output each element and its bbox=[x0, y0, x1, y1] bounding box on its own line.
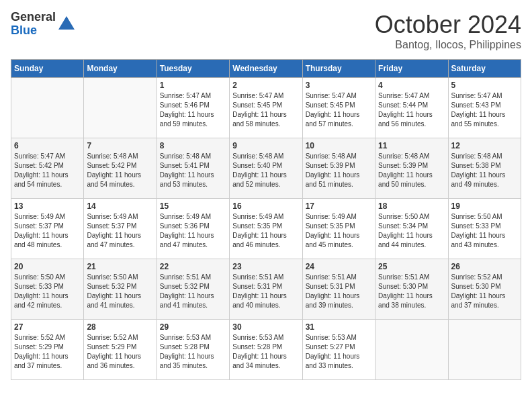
day-info: Sunrise: 5:50 AM Sunset: 5:32 PM Dayligh… bbox=[87, 273, 153, 310]
day-number: 2 bbox=[232, 81, 299, 90]
day-number: 16 bbox=[232, 201, 299, 211]
day-number: 1 bbox=[160, 81, 226, 90]
day-info: Sunrise: 5:49 AM Sunset: 5:35 PM Dayligh… bbox=[306, 212, 372, 250]
day-cell: 16Sunrise: 5:49 AM Sunset: 5:35 PM Dayli… bbox=[230, 199, 302, 259]
day-number: 23 bbox=[232, 262, 299, 271]
logo: General Blue bbox=[11, 11, 76, 38]
day-info: Sunrise: 5:50 AM Sunset: 5:33 PM Dayligh… bbox=[451, 212, 518, 250]
page-header: General Blue October 2024 Bantog, Ilocos… bbox=[11, 11, 521, 51]
day-info: Sunrise: 5:50 AM Sunset: 5:33 PM Dayligh… bbox=[14, 273, 81, 310]
day-number: 10 bbox=[306, 141, 372, 150]
day-cell: 21Sunrise: 5:50 AM Sunset: 5:32 PM Dayli… bbox=[84, 259, 157, 320]
day-info: Sunrise: 5:47 AM Sunset: 5:46 PM Dayligh… bbox=[160, 91, 226, 129]
day-cell: 14Sunrise: 5:49 AM Sunset: 5:37 PM Dayli… bbox=[84, 199, 157, 259]
day-cell bbox=[375, 320, 448, 380]
day-cell: 12Sunrise: 5:48 AM Sunset: 5:38 PM Dayli… bbox=[448, 138, 521, 199]
day-number: 19 bbox=[451, 201, 518, 211]
header-cell-saturday: Saturday bbox=[448, 60, 521, 78]
day-info: Sunrise: 5:47 AM Sunset: 5:45 PM Dayligh… bbox=[232, 91, 299, 129]
day-cell: 1Sunrise: 5:47 AM Sunset: 5:46 PM Daylig… bbox=[157, 78, 229, 138]
day-cell: 25Sunrise: 5:51 AM Sunset: 5:30 PM Dayli… bbox=[375, 259, 448, 320]
day-number: 13 bbox=[14, 201, 81, 211]
day-cell: 23Sunrise: 5:51 AM Sunset: 5:31 PM Dayli… bbox=[230, 259, 302, 320]
day-number: 7 bbox=[87, 141, 153, 150]
week-row-2: 13Sunrise: 5:49 AM Sunset: 5:37 PM Dayli… bbox=[11, 199, 521, 259]
header-cell-friday: Friday bbox=[375, 60, 448, 78]
header-cell-monday: Monday bbox=[84, 60, 157, 78]
day-cell: 19Sunrise: 5:50 AM Sunset: 5:33 PM Dayli… bbox=[448, 199, 521, 259]
day-cell: 6Sunrise: 5:47 AM Sunset: 5:42 PM Daylig… bbox=[11, 138, 84, 199]
day-info: Sunrise: 5:52 AM Sunset: 5:29 PM Dayligh… bbox=[87, 333, 153, 371]
day-number: 17 bbox=[306, 201, 372, 211]
day-cell: 26Sunrise: 5:52 AM Sunset: 5:30 PM Dayli… bbox=[448, 259, 521, 320]
day-number: 27 bbox=[14, 322, 81, 332]
day-cell: 2Sunrise: 5:47 AM Sunset: 5:45 PM Daylig… bbox=[230, 78, 302, 138]
day-info: Sunrise: 5:51 AM Sunset: 5:32 PM Dayligh… bbox=[160, 273, 226, 310]
day-number: 28 bbox=[87, 322, 153, 332]
day-cell: 22Sunrise: 5:51 AM Sunset: 5:32 PM Dayli… bbox=[157, 259, 229, 320]
day-number: 6 bbox=[14, 141, 81, 150]
day-cell: 18Sunrise: 5:50 AM Sunset: 5:34 PM Dayli… bbox=[375, 199, 448, 259]
day-number: 31 bbox=[306, 322, 372, 332]
day-number: 26 bbox=[451, 262, 518, 271]
day-info: Sunrise: 5:49 AM Sunset: 5:37 PM Dayligh… bbox=[87, 212, 153, 250]
day-info: Sunrise: 5:49 AM Sunset: 5:35 PM Dayligh… bbox=[232, 212, 299, 250]
week-row-1: 6Sunrise: 5:47 AM Sunset: 5:42 PM Daylig… bbox=[11, 138, 521, 199]
day-cell: 30Sunrise: 5:53 AM Sunset: 5:28 PM Dayli… bbox=[230, 320, 302, 380]
day-cell: 5Sunrise: 5:47 AM Sunset: 5:43 PM Daylig… bbox=[448, 78, 521, 138]
header-cell-thursday: Thursday bbox=[302, 60, 375, 78]
day-info: Sunrise: 5:51 AM Sunset: 5:31 PM Dayligh… bbox=[306, 273, 372, 310]
day-number: 3 bbox=[306, 81, 372, 90]
day-number: 5 bbox=[451, 81, 518, 90]
day-cell: 20Sunrise: 5:50 AM Sunset: 5:33 PM Dayli… bbox=[11, 259, 84, 320]
day-info: Sunrise: 5:53 AM Sunset: 5:28 PM Dayligh… bbox=[160, 333, 226, 371]
day-info: Sunrise: 5:47 AM Sunset: 5:45 PM Dayligh… bbox=[306, 91, 372, 129]
svg-marker-0 bbox=[58, 16, 75, 30]
day-cell: 3Sunrise: 5:47 AM Sunset: 5:45 PM Daylig… bbox=[302, 78, 375, 138]
day-info: Sunrise: 5:50 AM Sunset: 5:34 PM Dayligh… bbox=[378, 212, 445, 250]
day-number: 11 bbox=[378, 141, 445, 150]
day-info: Sunrise: 5:52 AM Sunset: 5:29 PM Dayligh… bbox=[14, 333, 81, 371]
day-number: 30 bbox=[232, 322, 299, 332]
month-title: October 2024 bbox=[375, 11, 521, 39]
calendar-table: SundayMondayTuesdayWednesdayThursdayFrid… bbox=[11, 59, 521, 380]
day-number: 9 bbox=[232, 141, 299, 150]
header-cell-tuesday: Tuesday bbox=[157, 60, 229, 78]
day-info: Sunrise: 5:49 AM Sunset: 5:37 PM Dayligh… bbox=[14, 212, 81, 250]
day-number: 29 bbox=[160, 322, 226, 332]
day-number: 14 bbox=[87, 201, 153, 211]
week-row-0: 1Sunrise: 5:47 AM Sunset: 5:46 PM Daylig… bbox=[11, 78, 521, 138]
day-info: Sunrise: 5:51 AM Sunset: 5:31 PM Dayligh… bbox=[232, 273, 299, 310]
logo-general-text: General bbox=[11, 11, 56, 24]
logo-blue-text: Blue bbox=[11, 24, 56, 38]
day-number: 25 bbox=[378, 262, 445, 271]
day-cell: 17Sunrise: 5:49 AM Sunset: 5:35 PM Dayli… bbox=[302, 199, 375, 259]
day-cell: 4Sunrise: 5:47 AM Sunset: 5:44 PM Daylig… bbox=[375, 78, 448, 138]
day-info: Sunrise: 5:47 AM Sunset: 5:42 PM Dayligh… bbox=[14, 152, 81, 189]
day-number: 15 bbox=[160, 201, 226, 211]
header-cell-wednesday: Wednesday bbox=[230, 60, 302, 78]
header-cell-sunday: Sunday bbox=[11, 60, 84, 78]
day-number: 21 bbox=[87, 262, 153, 271]
day-cell: 28Sunrise: 5:52 AM Sunset: 5:29 PM Dayli… bbox=[84, 320, 157, 380]
day-cell: 9Sunrise: 5:48 AM Sunset: 5:40 PM Daylig… bbox=[230, 138, 302, 199]
day-cell: 11Sunrise: 5:48 AM Sunset: 5:39 PM Dayli… bbox=[375, 138, 448, 199]
day-number: 22 bbox=[160, 262, 226, 271]
day-number: 20 bbox=[14, 262, 81, 271]
day-cell: 29Sunrise: 5:53 AM Sunset: 5:28 PM Dayli… bbox=[157, 320, 229, 380]
day-cell bbox=[84, 78, 157, 138]
day-number: 24 bbox=[306, 262, 372, 271]
day-info: Sunrise: 5:47 AM Sunset: 5:44 PM Dayligh… bbox=[378, 91, 445, 129]
day-cell: 10Sunrise: 5:48 AM Sunset: 5:39 PM Dayli… bbox=[302, 138, 375, 199]
day-cell: 8Sunrise: 5:48 AM Sunset: 5:41 PM Daylig… bbox=[157, 138, 229, 199]
day-info: Sunrise: 5:48 AM Sunset: 5:40 PM Dayligh… bbox=[232, 152, 299, 189]
day-info: Sunrise: 5:48 AM Sunset: 5:42 PM Dayligh… bbox=[87, 152, 153, 189]
day-cell bbox=[448, 320, 521, 380]
week-row-4: 27Sunrise: 5:52 AM Sunset: 5:29 PM Dayli… bbox=[11, 320, 521, 380]
day-info: Sunrise: 5:49 AM Sunset: 5:36 PM Dayligh… bbox=[160, 212, 226, 250]
day-info: Sunrise: 5:48 AM Sunset: 5:41 PM Dayligh… bbox=[160, 152, 226, 189]
day-info: Sunrise: 5:53 AM Sunset: 5:27 PM Dayligh… bbox=[306, 333, 372, 371]
day-info: Sunrise: 5:51 AM Sunset: 5:30 PM Dayligh… bbox=[378, 273, 445, 310]
title-section: October 2024 Bantog, Ilocos, Philippines bbox=[375, 11, 521, 51]
day-info: Sunrise: 5:47 AM Sunset: 5:43 PM Dayligh… bbox=[451, 91, 518, 129]
